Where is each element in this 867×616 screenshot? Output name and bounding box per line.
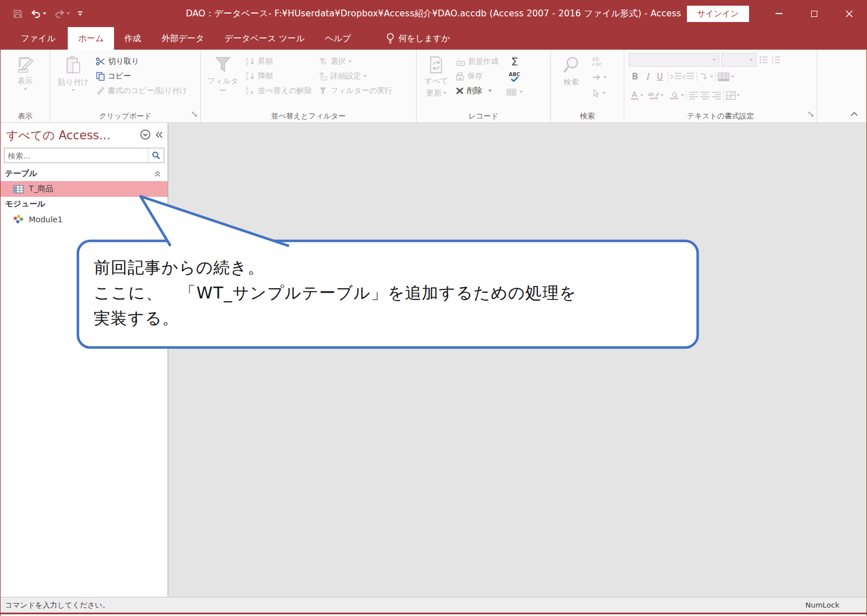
bold-button[interactable]: B xyxy=(629,72,641,82)
new-record-button[interactable]: 新規作成 xyxy=(454,54,500,69)
spelling-button[interactable]: ABC xyxy=(507,69,522,84)
nav-item-module[interactable]: Module1 xyxy=(1,212,168,227)
tab-help[interactable]: ヘルプ xyxy=(315,27,361,50)
bullet-list-icon[interactable] xyxy=(759,55,769,64)
group-label-clipboard: クリップボード xyxy=(50,111,200,121)
close-button[interactable] xyxy=(831,0,866,27)
svg-text:Z: Z xyxy=(246,61,248,66)
nav-search-box xyxy=(4,148,164,163)
gridline-style-icon[interactable] xyxy=(726,91,737,100)
cut-button[interactable]: 切り取り xyxy=(94,54,189,69)
nav-section-tables: テーブル T_商品 xyxy=(1,166,168,197)
save-record-button[interactable]: 保存 xyxy=(454,69,500,83)
nav-pane-collapse-button[interactable] xyxy=(155,130,163,141)
align-left-icon[interactable] xyxy=(688,91,699,100)
text-format-dialog-launcher[interactable] xyxy=(808,109,815,120)
underline-button[interactable]: U xyxy=(654,72,666,82)
text-direction-icon[interactable] xyxy=(699,72,710,81)
ribbon: 表示 表示 貼り付け xyxy=(1,50,866,123)
sign-in-button[interactable]: サインイン xyxy=(687,6,749,22)
highlight-icon: ab xyxy=(647,91,659,98)
lightbulb-icon xyxy=(386,33,395,44)
tab-home[interactable]: ホーム xyxy=(68,27,114,50)
nav-section-header-modules[interactable]: モジュール xyxy=(1,197,168,212)
filter-button[interactable]: フィルター xyxy=(205,52,240,108)
tab-database-tools[interactable]: データベース ツール xyxy=(214,27,315,50)
nav-pane-header: すべての Access... xyxy=(1,123,168,147)
clipboard-dialog-launcher[interactable] xyxy=(192,109,198,120)
undo-icon xyxy=(30,9,41,19)
filter-icon xyxy=(213,56,233,74)
nav-item-table[interactable]: T_商品 xyxy=(1,181,168,197)
copy-button[interactable]: コピー xyxy=(94,69,189,83)
toggle-filter-button[interactable]: フィルターの実行 xyxy=(317,83,394,98)
replace-button[interactable]: ab ac xyxy=(590,54,608,69)
status-message: コマンドを入力してください。 xyxy=(1,600,805,610)
search-icon xyxy=(562,56,581,75)
maximize-button[interactable] xyxy=(796,0,831,27)
fill-color-button[interactable] xyxy=(667,91,681,100)
decrease-indent-icon[interactable] xyxy=(682,72,695,81)
format-painter-button[interactable]: 書式のコピー/貼り付け xyxy=(94,83,189,98)
goto-button[interactable] xyxy=(590,70,608,85)
gridlines-table-icon[interactable] xyxy=(717,72,731,82)
save-button[interactable] xyxy=(13,9,23,19)
advanced-filter-button[interactable]: 詳細設定 xyxy=(317,69,394,83)
remove-sort-button[interactable]: AZ 並べ替えの解除 xyxy=(244,83,313,98)
font-size-combobox[interactable] xyxy=(721,53,756,67)
quick-access-toolbar xyxy=(1,9,82,19)
font-color-button[interactable]: A xyxy=(629,91,640,100)
selection-filter-icon xyxy=(318,58,327,66)
italic-button[interactable]: I xyxy=(641,72,654,82)
increase-indent-icon[interactable] xyxy=(670,72,682,81)
find-button[interactable]: 検索 xyxy=(557,52,586,108)
module-icon xyxy=(13,214,24,224)
shutter-bar-close-icon xyxy=(155,131,163,139)
collapse-ribbon-button[interactable] xyxy=(850,108,859,119)
access-window: DAO : データベース- F:¥HUserdata¥Dropbox¥Acces… xyxy=(0,0,867,616)
refresh-icon xyxy=(428,56,444,74)
nav-search-button[interactable] xyxy=(148,148,164,162)
sort-descending-button[interactable]: ZA 降順 xyxy=(244,69,313,83)
qat-customize-button[interactable] xyxy=(78,11,82,16)
nav-section-header-tables[interactable]: テーブル xyxy=(1,166,168,181)
nav-pane-menu-button[interactable] xyxy=(140,129,151,142)
selection-button[interactable]: 選択 xyxy=(317,54,394,69)
font-name-combobox[interactable] xyxy=(629,53,719,67)
view-button[interactable]: 表示 xyxy=(9,52,42,108)
font-color-icon: A xyxy=(632,91,637,98)
title-bar: DAO : データベース- F:¥HUserdata¥Dropbox¥Acces… xyxy=(1,0,866,27)
tab-create[interactable]: 作成 xyxy=(114,27,151,50)
ribbon-group-sort-filter: フィルター AZ 昇順 ZA 降順 AZ 並べ替えの解除 xyxy=(201,50,417,122)
group-label-find: 検索 xyxy=(551,111,624,121)
nav-pane-title: すべての Access... xyxy=(6,127,140,143)
paste-button[interactable]: 貼り付け xyxy=(57,52,90,108)
workspace: すべての Access... テーブル xyxy=(1,123,866,597)
dialog-launcher-icon xyxy=(192,112,198,118)
save-icon xyxy=(13,9,23,19)
align-center-icon[interactable] xyxy=(699,91,711,100)
align-right-icon[interactable] xyxy=(711,91,722,100)
refresh-all-button[interactable]: すべて 更新 xyxy=(421,52,452,108)
tab-tell-me[interactable]: 何をしますか xyxy=(376,27,461,50)
qat-customize-icon xyxy=(78,11,82,12)
select-button[interactable] xyxy=(590,86,608,100)
search-magnifier-icon xyxy=(152,151,160,160)
delete-record-button[interactable]: 削除 xyxy=(454,83,500,98)
svg-text:3: 3 xyxy=(772,61,773,64)
minimize-button[interactable] xyxy=(761,0,796,27)
numbered-list-icon[interactable]: 123 xyxy=(771,55,781,64)
highlight-color-button[interactable]: ab xyxy=(647,91,660,100)
totals-button[interactable]: Σ xyxy=(509,54,520,69)
document-area xyxy=(168,123,866,597)
tab-external-data[interactable]: 外部データ xyxy=(151,27,214,50)
undo-button[interactable] xyxy=(30,9,46,19)
more-records-button[interactable] xyxy=(505,85,524,99)
sort-ascending-button[interactable]: AZ 昇順 xyxy=(244,54,313,69)
group-label-text-format: テキストの書式設定 xyxy=(624,111,817,121)
tab-file[interactable]: ファイル xyxy=(8,27,68,50)
nav-search-input[interactable] xyxy=(5,151,148,160)
maximize-icon xyxy=(811,11,817,17)
totals-icon: Σ xyxy=(511,56,518,67)
redo-button[interactable] xyxy=(54,9,70,19)
